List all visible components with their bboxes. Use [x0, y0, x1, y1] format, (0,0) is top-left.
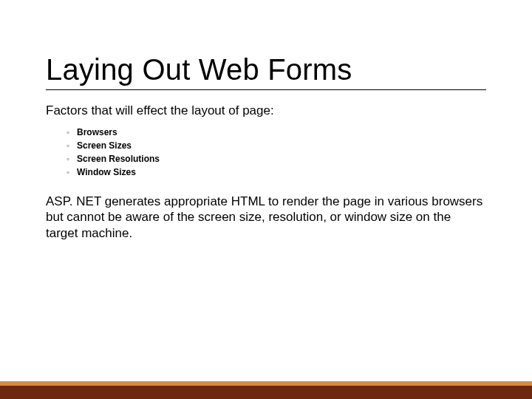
list-item: Screen Sizes	[66, 139, 486, 152]
subtitle: Factors that will effect the layout of p…	[46, 103, 486, 118]
list-item: Browsers	[66, 126, 486, 139]
slide: Laying Out Web Forms Factors that will e…	[0, 0, 532, 399]
list-item: Window Sizes	[66, 166, 486, 179]
list-item: Screen Resolutions	[66, 152, 486, 166]
footer-accent-dark	[0, 386, 532, 399]
body-paragraph: ASP. NET generates appropriate HTML to r…	[46, 194, 486, 241]
bullet-list: Browsers Screen Sizes Screen Resolutions…	[66, 126, 486, 179]
page-title: Laying Out Web Forms	[46, 53, 486, 90]
footer-bar	[0, 381, 532, 399]
